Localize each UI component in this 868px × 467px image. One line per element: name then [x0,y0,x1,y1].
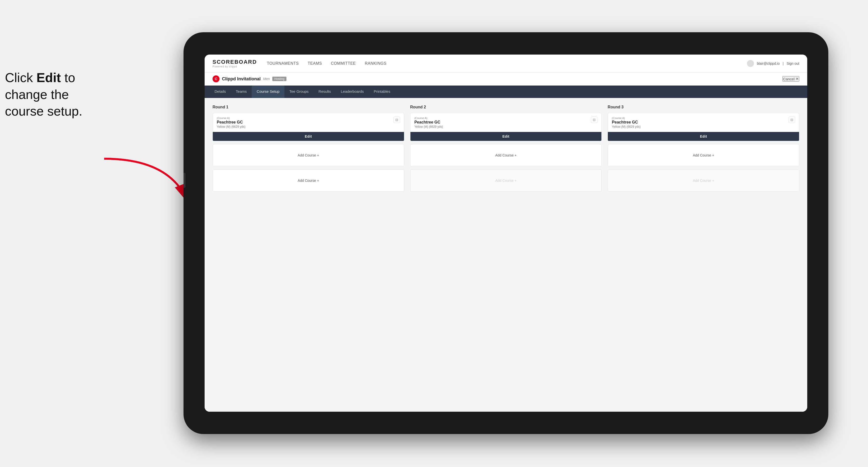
tournament-header: C Clippd Invitational Men Hosting Cancel… [205,72,807,86]
round-3-add-course-1[interactable]: Add Course + [608,144,799,166]
round-2-add-course-2: Add Course + [410,169,602,192]
top-nav: SCOREBOARD Powered by clippd TOURNAMENTS… [205,55,807,72]
tournament-title-row: C Clippd Invitational Men Hosting [213,75,286,82]
round-1-course-label: (Course A) [217,117,246,120]
round-1-course-details: Yellow (M) (6629 yds) [217,125,246,128]
tab-results[interactable]: Results [313,86,336,98]
round-1-title: Round 1 [213,105,404,110]
round-3-delete-button[interactable]: ⊟ [788,117,795,123]
nav-link-teams[interactable]: TEAMS [308,61,322,66]
round-2-title: Round 2 [410,105,602,110]
round-1-course-card: (Course A) Peachtree GC Yellow (M) (6629… [213,113,404,141]
instruction-text: Click Edit to change the course setup. [5,69,109,120]
round-1-course-name: Peachtree GC [217,120,246,125]
tabs-bar: Details Teams Course Setup Tee Groups Re… [205,86,807,98]
instruction-highlight: Edit [36,70,61,85]
round-2-edit-button[interactable]: Edit [410,132,602,141]
tablet-frame: SCOREBOARD Powered by clippd TOURNAMENTS… [184,32,828,434]
round-3-course-card-header: (Course A) Peachtree GC Yellow (M) (6629… [612,117,795,132]
tournament-gender: Men [263,77,270,81]
round-3-column: Round 3 (Course A) Peachtree GC Yellow (… [608,105,799,195]
tab-course-setup[interactable]: Course Setup [252,86,284,98]
tablet-button [184,173,186,188]
round-1-add-course-1[interactable]: Add Course + [213,144,404,166]
round-1-add-course-2-label: Add Course + [298,179,319,183]
round-3-course-label: (Course A) [612,117,641,120]
scoreboard-logo: SCOREBOARD Powered by clippd [213,59,257,68]
round-3-add-course-2: Add Course + [608,169,799,192]
tournament-name: Clippd Invitational [222,76,261,82]
round-1-edit-button[interactable]: Edit [213,132,404,141]
round-3-add-course-1-label: Add Course + [693,153,714,157]
nav-links: TOURNAMENTS TEAMS COMMITTEE RANKINGS [267,61,747,66]
sign-out-link[interactable]: Sign out [787,62,799,65]
round-2-add-course-1-label: Add Course + [495,153,517,157]
round-2-delete-button[interactable]: ⊟ [591,117,597,123]
round-3-course-card: (Course A) Peachtree GC Yellow (M) (6629… [608,113,799,141]
user-avatar [747,60,754,67]
clippd-icon: C [213,75,219,82]
round-1-column: Round 1 (Course A) Peachtree GC Yellow (… [213,105,404,195]
tab-tee-groups[interactable]: Tee Groups [284,86,314,98]
nav-link-committee[interactable]: COMMITTEE [331,61,356,66]
round-3-title: Round 3 [608,105,799,110]
round-2-course-card-header: (Course A) Peachtree GC Yellow (M) (6629… [414,117,598,132]
tab-teams[interactable]: Teams [231,86,252,98]
round-2-course-name: Peachtree GC [414,120,443,125]
tab-printables[interactable]: Printables [369,86,395,98]
round-3-course-info: (Course A) Peachtree GC Yellow (M) (6629… [612,117,641,132]
round-2-course-info: (Course A) Peachtree GC Yellow (M) (6629… [414,117,443,132]
round-2-course-details: Yellow (M) (6629 yds) [414,125,443,128]
user-email: blair@clippd.io [757,62,780,65]
round-2-course-card: (Course A) Peachtree GC Yellow (M) (6629… [410,113,602,141]
round-3-course-details: Yellow (M) (6629 yds) [612,125,641,128]
separator: | [783,62,784,65]
tab-details[interactable]: Details [210,86,231,98]
round-3-edit-button[interactable]: Edit [608,132,799,141]
round-1-add-course-1-label: Add Course + [298,153,319,157]
tournament-badge: Hosting [272,76,286,81]
main-content: Round 1 (Course A) Peachtree GC Yellow (… [205,98,807,412]
close-icon: ✕ [796,76,799,81]
nav-link-rankings[interactable]: RANKINGS [365,61,386,66]
round-1-add-course-2[interactable]: Add Course + [213,169,404,192]
logo-sub: Powered by clippd [213,65,257,68]
round-1-course-info: (Course A) Peachtree GC Yellow (M) (6629… [217,117,246,132]
tablet-screen: SCOREBOARD Powered by clippd TOURNAMENTS… [205,55,807,412]
round-1-delete-button[interactable]: ⊟ [394,117,400,123]
rounds-container: Round 1 (Course A) Peachtree GC Yellow (… [213,105,799,195]
round-2-add-course-1[interactable]: Add Course + [410,144,602,166]
round-2-column: Round 2 (Course A) Peachtree GC Yellow (… [410,105,602,195]
round-1-course-card-header: (Course A) Peachtree GC Yellow (M) (6629… [217,117,400,132]
logo-main: SCOREBOARD [213,59,257,65]
nav-right: blair@clippd.io | Sign out [747,60,799,67]
round-2-add-course-2-label: Add Course + [495,179,517,183]
round-2-course-label: (Course A) [414,117,443,120]
tab-leaderboards[interactable]: Leaderboards [336,86,369,98]
round-3-add-course-2-label: Add Course + [693,179,714,183]
round-3-course-name: Peachtree GC [612,120,641,125]
nav-link-tournaments[interactable]: TOURNAMENTS [267,61,299,66]
cancel-button[interactable]: Cancel ✕ [782,76,799,82]
instruction-prefix: Click [5,70,36,85]
